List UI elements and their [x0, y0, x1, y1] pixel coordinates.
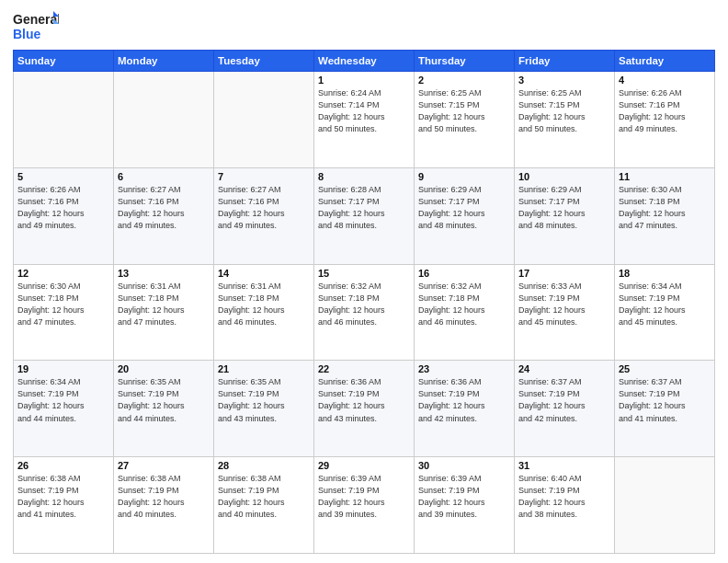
day-info: Sunrise: 6:36 AMSunset: 7:19 PMDaylight:… — [418, 376, 510, 424]
day-cell-21: 21Sunrise: 6:35 AMSunset: 7:19 PMDayligh… — [214, 361, 314, 457]
day-number: 31 — [518, 460, 610, 471]
day-number: 9 — [418, 171, 510, 182]
day-number: 12 — [17, 268, 109, 279]
day-cell-17: 17Sunrise: 6:33 AMSunset: 7:19 PMDayligh… — [515, 264, 615, 361]
day-info: Sunrise: 6:37 AMSunset: 7:19 PMDaylight:… — [518, 376, 610, 424]
calendar-table: SundayMondayTuesdayWednesdayThursdayFrid… — [13, 50, 715, 554]
day-number: 4 — [619, 75, 711, 86]
day-cell-29: 29Sunrise: 6:39 AMSunset: 7:19 PMDayligh… — [314, 457, 415, 554]
day-number: 15 — [318, 268, 410, 279]
day-info: Sunrise: 6:27 AMSunset: 7:16 PMDaylight:… — [118, 184, 210, 232]
calendar-week-row: 5Sunrise: 6:26 AMSunset: 7:16 PMDaylight… — [14, 167, 715, 264]
day-cell-8: 8Sunrise: 6:28 AMSunset: 7:17 PMDaylight… — [314, 167, 415, 264]
day-cell-9: 9Sunrise: 6:29 AMSunset: 7:17 PMDaylight… — [415, 167, 515, 264]
day-number: 17 — [518, 268, 610, 279]
day-number: 25 — [619, 363, 711, 374]
day-info: Sunrise: 6:24 AMSunset: 7:14 PMDaylight:… — [318, 87, 410, 135]
day-cell-7: 7Sunrise: 6:27 AMSunset: 7:16 PMDaylight… — [214, 167, 314, 264]
calendar-header-row: SundayMondayTuesdayWednesdayThursdayFrid… — [14, 51, 715, 72]
day-cell-5: 5Sunrise: 6:26 AMSunset: 7:16 PMDaylight… — [14, 167, 114, 264]
day-number: 5 — [17, 171, 109, 182]
day-number: 23 — [418, 363, 510, 374]
day-cell-30: 30Sunrise: 6:39 AMSunset: 7:19 PMDayligh… — [415, 457, 515, 554]
day-cell-16: 16Sunrise: 6:32 AMSunset: 7:18 PMDayligh… — [415, 264, 515, 361]
day-number: 7 — [218, 171, 310, 182]
calendar-week-row: 1Sunrise: 6:24 AMSunset: 7:14 PMDaylight… — [14, 72, 715, 168]
empty-cell — [14, 72, 114, 168]
day-number: 3 — [518, 75, 610, 86]
day-number: 10 — [518, 171, 610, 182]
day-cell-22: 22Sunrise: 6:36 AMSunset: 7:19 PMDayligh… — [314, 361, 415, 457]
svg-text:General: General — [13, 12, 59, 27]
day-number: 16 — [418, 268, 510, 279]
day-cell-26: 26Sunrise: 6:38 AMSunset: 7:19 PMDayligh… — [14, 457, 114, 554]
day-info: Sunrise: 6:31 AMSunset: 7:18 PMDaylight:… — [118, 281, 210, 328]
day-info: Sunrise: 6:31 AMSunset: 7:18 PMDaylight:… — [218, 281, 310, 328]
day-number: 30 — [418, 460, 510, 471]
day-cell-28: 28Sunrise: 6:38 AMSunset: 7:19 PMDayligh… — [214, 457, 314, 554]
logo: General Blue — [13, 9, 59, 44]
header-saturday: Saturday — [615, 51, 715, 72]
day-info: Sunrise: 6:37 AMSunset: 7:19 PMDaylight:… — [619, 376, 711, 424]
day-cell-24: 24Sunrise: 6:37 AMSunset: 7:19 PMDayligh… — [515, 361, 615, 457]
day-info: Sunrise: 6:35 AMSunset: 7:19 PMDaylight:… — [118, 376, 210, 424]
day-cell-14: 14Sunrise: 6:31 AMSunset: 7:18 PMDayligh… — [214, 264, 314, 361]
calendar-week-row: 12Sunrise: 6:30 AMSunset: 7:18 PMDayligh… — [14, 264, 715, 361]
day-number: 2 — [418, 75, 510, 86]
day-cell-6: 6Sunrise: 6:27 AMSunset: 7:16 PMDaylight… — [114, 167, 214, 264]
day-info: Sunrise: 6:33 AMSunset: 7:19 PMDaylight:… — [518, 281, 610, 328]
day-cell-13: 13Sunrise: 6:31 AMSunset: 7:18 PMDayligh… — [114, 264, 214, 361]
day-info: Sunrise: 6:39 AMSunset: 7:19 PMDaylight:… — [318, 473, 410, 521]
day-number: 14 — [218, 268, 310, 279]
day-info: Sunrise: 6:32 AMSunset: 7:18 PMDaylight:… — [318, 281, 410, 328]
day-cell-12: 12Sunrise: 6:30 AMSunset: 7:18 PMDayligh… — [14, 264, 114, 361]
day-number: 8 — [318, 171, 410, 182]
day-number: 27 — [118, 460, 210, 471]
day-number: 22 — [318, 363, 410, 374]
day-cell-15: 15Sunrise: 6:32 AMSunset: 7:18 PMDayligh… — [314, 264, 415, 361]
day-number: 29 — [318, 460, 410, 471]
day-info: Sunrise: 6:29 AMSunset: 7:17 PMDaylight:… — [418, 184, 510, 232]
day-cell-23: 23Sunrise: 6:36 AMSunset: 7:19 PMDayligh… — [415, 361, 515, 457]
day-cell-10: 10Sunrise: 6:29 AMSunset: 7:17 PMDayligh… — [515, 167, 615, 264]
day-number: 21 — [218, 363, 310, 374]
day-number: 20 — [118, 363, 210, 374]
header: General Blue — [13, 9, 715, 44]
day-info: Sunrise: 6:25 AMSunset: 7:15 PMDaylight:… — [518, 87, 610, 135]
day-info: Sunrise: 6:39 AMSunset: 7:19 PMDaylight:… — [418, 473, 510, 521]
empty-cell — [114, 72, 214, 168]
day-info: Sunrise: 6:38 AMSunset: 7:19 PMDaylight:… — [118, 473, 210, 521]
day-info: Sunrise: 6:38 AMSunset: 7:19 PMDaylight:… — [218, 473, 310, 521]
day-cell-19: 19Sunrise: 6:34 AMSunset: 7:19 PMDayligh… — [14, 361, 114, 457]
day-number: 1 — [318, 75, 410, 86]
day-cell-18: 18Sunrise: 6:34 AMSunset: 7:19 PMDayligh… — [615, 264, 715, 361]
day-number: 13 — [118, 268, 210, 279]
header-wednesday: Wednesday — [314, 51, 415, 72]
logo-svg: General Blue — [13, 9, 59, 44]
header-friday: Friday — [515, 51, 615, 72]
day-cell-11: 11Sunrise: 6:30 AMSunset: 7:18 PMDayligh… — [615, 167, 715, 264]
calendar-week-row: 19Sunrise: 6:34 AMSunset: 7:19 PMDayligh… — [14, 361, 715, 457]
header-sunday: Sunday — [14, 51, 114, 72]
day-info: Sunrise: 6:36 AMSunset: 7:19 PMDaylight:… — [318, 376, 410, 424]
day-info: Sunrise: 6:32 AMSunset: 7:18 PMDaylight:… — [418, 281, 510, 328]
calendar-week-row: 26Sunrise: 6:38 AMSunset: 7:19 PMDayligh… — [14, 457, 715, 554]
day-info: Sunrise: 6:30 AMSunset: 7:18 PMDaylight:… — [619, 184, 711, 232]
day-cell-4: 4Sunrise: 6:26 AMSunset: 7:16 PMDaylight… — [615, 72, 715, 168]
day-cell-31: 31Sunrise: 6:40 AMSunset: 7:19 PMDayligh… — [515, 457, 615, 554]
day-info: Sunrise: 6:34 AMSunset: 7:19 PMDaylight:… — [619, 281, 711, 328]
day-info: Sunrise: 6:26 AMSunset: 7:16 PMDaylight:… — [17, 184, 109, 232]
day-number: 24 — [518, 363, 610, 374]
day-number: 19 — [17, 363, 109, 374]
day-info: Sunrise: 6:28 AMSunset: 7:17 PMDaylight:… — [318, 184, 410, 232]
day-number: 18 — [619, 268, 711, 279]
day-info: Sunrise: 6:29 AMSunset: 7:17 PMDaylight:… — [518, 184, 610, 232]
day-info: Sunrise: 6:40 AMSunset: 7:19 PMDaylight:… — [518, 473, 610, 521]
day-info: Sunrise: 6:26 AMSunset: 7:16 PMDaylight:… — [619, 87, 711, 135]
day-info: Sunrise: 6:27 AMSunset: 7:16 PMDaylight:… — [218, 184, 310, 232]
day-number: 6 — [118, 171, 210, 182]
day-cell-1: 1Sunrise: 6:24 AMSunset: 7:14 PMDaylight… — [314, 72, 415, 168]
page: General Blue SundayMondayTuesdayWednesda… — [0, 0, 728, 563]
header-tuesday: Tuesday — [214, 51, 314, 72]
day-cell-27: 27Sunrise: 6:38 AMSunset: 7:19 PMDayligh… — [114, 457, 214, 554]
